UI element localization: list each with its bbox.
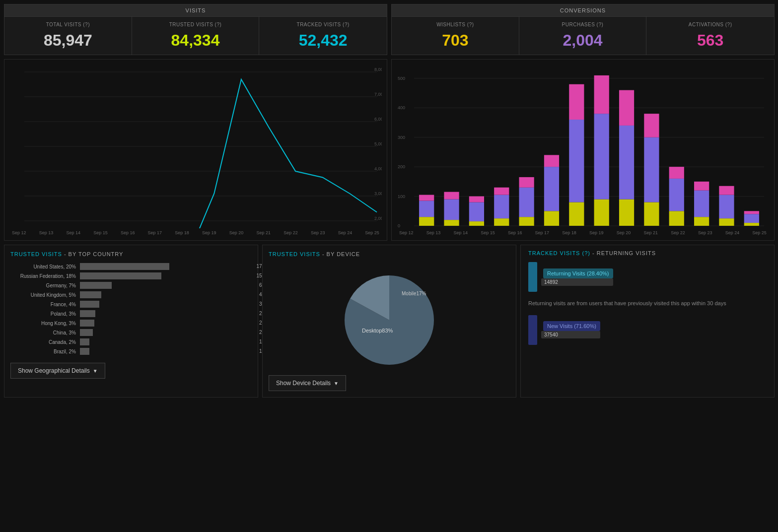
conversions-header: CONVERSIONS — [392, 4, 774, 17]
total-visits-value: 85,947 — [12, 31, 124, 50]
list-item: Hong Kong, 3% 2,732 — [10, 320, 252, 327]
country-label: France, 4% — [10, 302, 80, 307]
line-chart-panel: Sep 12Sep 13Sep 14Sep 15 Sep 16Sep 17Sep… — [4, 59, 387, 241]
country-label: United Kingdom, 5% — [10, 292, 80, 298]
returning-description: Returning visits are from users that hav… — [528, 299, 767, 308]
country-label: Hong Kong, 3% — [10, 321, 80, 326]
country-label: Germany, 7% — [10, 283, 80, 288]
country-bar-container: 2,930 — [80, 310, 252, 317]
country-bar-fill — [80, 301, 99, 308]
list-item: China, 3% 2,500 — [10, 329, 252, 336]
device-panel: TRUSTED VISITS - BY DEVICE Show Device D… — [262, 245, 516, 398]
wishlists-label: WISHLISTS (?) — [399, 22, 511, 27]
list-item: Canada, 2% 1,801 — [10, 338, 252, 345]
purchases-cell: PURCHASES (?) 2,004 — [519, 17, 647, 55]
activations-value: 563 — [654, 31, 767, 50]
pie-chart — [320, 263, 459, 372]
new-visits-label: New Visits (71.60%) — [543, 321, 600, 331]
bar-chart-panel: Sep 12Sep 13Sep 14Sep 15 Sep 16Sep 17Sep… — [391, 59, 775, 241]
total-visits-label: TOTAL VISITS (?) — [12, 22, 124, 27]
country-bar-fill — [80, 329, 93, 336]
chevron-down-icon: ▼ — [334, 381, 339, 386]
country-bar-container: 17,029 — [80, 263, 252, 270]
total-visits-cell: TOTAL VISITS (?) 85,947 — [4, 17, 132, 55]
list-item: United Kingdom, 5% 4,045 — [10, 291, 252, 298]
country-bars-container: United States, 20% 17,029 Russian Federa… — [10, 263, 252, 355]
returning-bar-row: Returning Visits (28.40%) 14892 — [528, 262, 767, 292]
list-item: United States, 20% 17,029 — [10, 263, 252, 270]
list-item: France, 4% 3,656 — [10, 301, 252, 308]
returning-count: 14892 — [541, 278, 613, 286]
chevron-down-icon: ▼ — [93, 368, 98, 374]
country-bar-fill — [80, 338, 89, 345]
bar-chart-x-axis: Sep 12Sep 13Sep 14Sep 15 Sep 16Sep 17Sep… — [397, 230, 769, 235]
country-bar-fill — [80, 291, 101, 298]
show-device-details-button[interactable]: Show Device Details ▼ — [269, 375, 346, 391]
trusted-visits-value: 84,334 — [140, 31, 252, 50]
purchases-value: 2,004 — [527, 31, 639, 50]
returning-bar — [528, 262, 537, 292]
country-label: Poland, 3% — [10, 311, 80, 317]
line-chart-x-axis: Sep 12Sep 13Sep 14Sep 15 Sep 16Sep 17Sep… — [9, 230, 382, 235]
country-label: Russian Federation, 18% — [10, 273, 80, 279]
country-bar-container: 4,045 — [80, 291, 252, 298]
pie-chart-container — [269, 263, 510, 372]
trusted-visits-cell: TRUSTED VISITS (?) 84,334 — [132, 17, 260, 55]
country-bar-fill — [80, 348, 89, 355]
country-label: China, 3% — [10, 330, 80, 335]
new-visits-count: 37540 — [541, 331, 600, 338]
country-section-title: TRUSTED VISITS - BY TOP COUNTRY — [10, 251, 252, 257]
bar-chart — [397, 65, 769, 228]
device-section-title: TRUSTED VISITS - BY DEVICE — [269, 251, 510, 257]
country-bar-fill — [80, 263, 169, 270]
line-chart — [9, 65, 382, 228]
wishlists-cell: WISHLISTS (?) 703 — [392, 17, 519, 55]
purchases-label: PURCHASES (?) — [527, 22, 639, 27]
country-bar-fill — [80, 272, 161, 279]
list-item: Germany, 7% 6,014 — [10, 282, 252, 289]
activations-cell: ACTIVATIONS (?) 563 — [646, 17, 774, 55]
country-bar-container: 1,801 — [80, 338, 252, 345]
returning-panel: TRACKED VISITS (?) - RETURNING VISITS Re… — [520, 245, 775, 398]
country-label: United States, 20% — [10, 264, 80, 269]
country-label: Canada, 2% — [10, 339, 80, 345]
country-bar-container: 1,770 — [80, 348, 252, 355]
visits-header: VISITS — [4, 4, 387, 17]
country-bar-container: 15,476 — [80, 272, 252, 279]
country-bar-container: 3,656 — [80, 301, 252, 308]
country-label: Brazil, 2% — [10, 349, 80, 354]
activations-label: ACTIVATIONS (?) — [654, 22, 767, 27]
country-bar-container: 6,014 — [80, 282, 252, 289]
country-bar-fill — [80, 320, 94, 327]
country-bar-container: 2,732 — [80, 320, 252, 327]
returning-section-title: TRACKED VISITS (?) - RETURNING VISITS — [528, 250, 767, 256]
tracked-visits-cell: TRACKED VISITS (?) 52,432 — [259, 17, 387, 55]
returning-label: Returning Visits (28.40%) — [543, 268, 613, 278]
new-visits-bar — [528, 315, 537, 345]
new-visits-bar-row: New Visits (71.60%) 37540 — [528, 315, 767, 345]
trusted-visits-label: TRUSTED VISITS (?) — [140, 22, 252, 27]
wishlists-value: 703 — [399, 31, 511, 50]
country-bar-fill — [80, 310, 95, 317]
list-item: Brazil, 2% 1,770 — [10, 348, 252, 355]
tracked-visits-value: 52,432 — [267, 31, 379, 50]
country-bar-container: 2,500 — [80, 329, 252, 336]
show-geo-details-button[interactable]: Show Geographical Details ▼ — [10, 363, 105, 379]
list-item: Poland, 3% 2,930 — [10, 310, 252, 317]
country-panel: TRUSTED VISITS - BY TOP COUNTRY United S… — [4, 245, 258, 398]
country-bar-fill — [80, 282, 112, 289]
tracked-visits-label: TRACKED VISITS (?) — [267, 22, 379, 27]
list-item: Russian Federation, 18% 15,476 — [10, 272, 252, 279]
